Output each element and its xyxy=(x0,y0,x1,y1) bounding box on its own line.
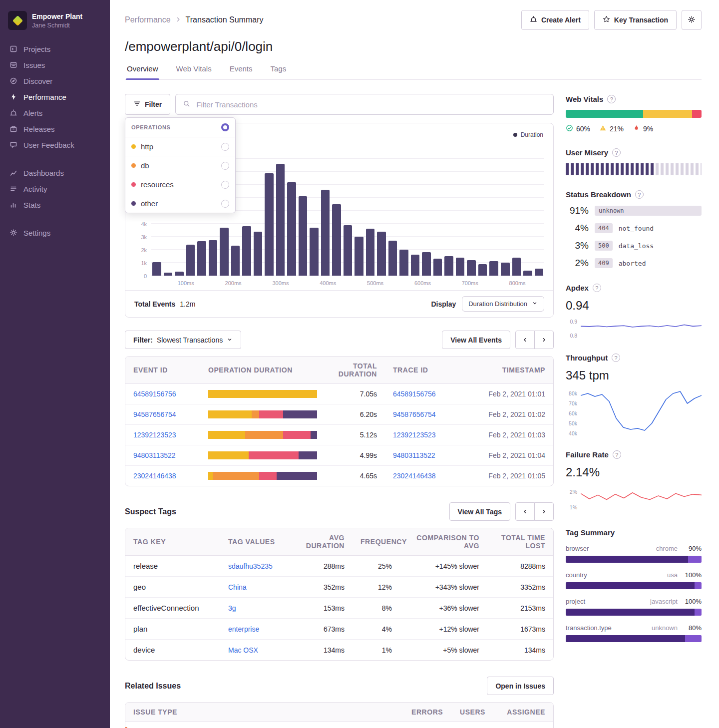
breadcrumb-separator-icon xyxy=(175,15,181,24)
question-icon[interactable]: ? xyxy=(612,148,621,157)
db-radio[interactable] xyxy=(221,162,229,170)
view-all-tags-button[interactable]: View All Tags xyxy=(449,502,510,521)
tag-value-link[interactable]: 3g xyxy=(228,604,236,612)
event-id-link[interactable]: 12392123523 xyxy=(133,431,176,439)
tab-bar: Overview Web Vitals Events Tags xyxy=(125,64,702,80)
tag-value-link[interactable]: Mac OSX xyxy=(228,646,258,654)
column-header-trace-id: TRACE ID xyxy=(385,361,467,379)
view-all-events-button[interactable]: View All Events xyxy=(442,331,510,349)
sidebar-item-settings[interactable]: Settings xyxy=(0,225,110,241)
open-in-issues-button[interactable]: Open in Issues xyxy=(487,677,554,695)
suspect-tags-table-header: TAG KEY TAG VALUES AVG DURATION FREQUENC… xyxy=(125,528,553,556)
event-id-link[interactable]: 23024146438 xyxy=(133,472,176,480)
operations-all-radio[interactable] xyxy=(221,123,229,131)
trace-id-link[interactable]: 94803113522 xyxy=(393,451,435,459)
sidebar-item-dashboards[interactable]: Dashboards xyxy=(0,165,110,181)
gear-icon xyxy=(688,15,696,25)
events-filter-value: Slowest Transactions xyxy=(157,336,223,344)
suspect-tag-row: device Mac OSX 134ms 1% +5% slower 134ms xyxy=(125,640,553,660)
key-transaction-button[interactable]: Key Transaction xyxy=(594,10,677,30)
operations-item-http[interactable]: http xyxy=(125,137,235,156)
events-filter-select[interactable]: Filter: Slowest Transactions xyxy=(125,331,241,349)
org-switcher[interactable]: Empower Plant Jane Schmidt xyxy=(0,7,110,41)
suspect-tag-row: plan enterprise 673ms 4% +12% slower 167… xyxy=(125,619,553,640)
tag-value-link[interactable]: enterprise xyxy=(228,625,259,633)
column-header-issue-type: ISSUE TYPE xyxy=(125,703,403,722)
question-icon[interactable]: ? xyxy=(593,284,601,292)
sidebar-item-activity[interactable]: Activity xyxy=(0,181,110,197)
resources-radio[interactable] xyxy=(221,181,229,189)
tab-web-vitals[interactable]: Web Vitals xyxy=(175,64,213,79)
column-header-assignee: ASSIGNEE xyxy=(493,703,553,722)
sidebar-item-discover[interactable]: Discover xyxy=(0,73,110,89)
trace-id-link[interactable]: 64589156756 xyxy=(393,390,436,398)
sidebar-item-user-feedback[interactable]: User Feedback xyxy=(0,137,110,153)
sidebar-item-stats[interactable]: Stats xyxy=(0,197,110,213)
event-id-link[interactable]: 64589156756 xyxy=(133,390,176,398)
previous-page-button[interactable] xyxy=(515,331,535,349)
sidebar-item-label: Activity xyxy=(23,185,47,193)
sidebar-item-projects[interactable]: Projects xyxy=(0,41,110,57)
tag-summary-row: country usa 100% xyxy=(566,571,702,589)
sidebar-item-issues[interactable]: Issues xyxy=(0,57,110,73)
tab-overview[interactable]: Overview xyxy=(126,64,159,79)
event-id-link[interactable]: 94587656754 xyxy=(133,410,176,418)
operation-duration-bar xyxy=(208,431,317,439)
settings-button[interactable] xyxy=(682,10,702,30)
sidebar-item-releases[interactable]: Releases xyxy=(0,121,110,137)
next-page-button[interactable] xyxy=(534,331,554,349)
projects-icon xyxy=(9,44,18,53)
http-radio[interactable] xyxy=(221,143,229,151)
tag-value-link[interactable]: sdaufhu35235 xyxy=(228,562,273,570)
trace-id-link[interactable]: 23024146438 xyxy=(393,472,436,480)
trace-id-link[interactable]: 94587656754 xyxy=(393,410,436,418)
tab-events[interactable]: Events xyxy=(229,64,254,79)
create-alert-button[interactable]: Create Alert xyxy=(521,10,589,30)
display-select[interactable]: Duration Distribution xyxy=(462,296,544,312)
filter-button[interactable]: Filter xyxy=(125,94,170,115)
column-header-tag-values: TAG VALUES xyxy=(220,532,295,551)
previous-page-button[interactable] xyxy=(515,502,535,521)
tag-summary-percent: 90% xyxy=(684,545,702,552)
comparison: +12% slower xyxy=(400,619,487,639)
sidebar-item-label: Releases xyxy=(23,125,55,133)
status-code-badge: 404 xyxy=(595,223,613,233)
operations-dropdown-header[interactable]: OPERATIONS xyxy=(125,118,235,137)
sidebar-item-alerts[interactable]: Alerts xyxy=(0,105,110,121)
operation-duration-bar xyxy=(208,390,317,398)
tag-key: effectiveConnection xyxy=(125,598,220,618)
operations-item-db[interactable]: db xyxy=(125,156,235,175)
column-header-frequency: FREQUENCY xyxy=(353,532,400,551)
sidebar-item-performance[interactable]: Performance xyxy=(0,89,110,105)
sidebar-item-help[interactable]: Help xyxy=(0,725,110,728)
siren-icon xyxy=(9,108,18,117)
total-duration-value: 7.05s xyxy=(325,384,385,404)
tab-tags[interactable]: Tags xyxy=(270,64,288,79)
breadcrumb-parent[interactable]: Performance xyxy=(125,15,171,24)
http-color-dot xyxy=(131,144,136,149)
search-input[interactable] xyxy=(195,100,546,109)
tag-summary-bar xyxy=(566,609,702,616)
question-icon[interactable]: ? xyxy=(612,354,620,362)
avg-duration: 288ms xyxy=(295,556,353,576)
operations-item-other[interactable]: other xyxy=(125,194,235,213)
breadcrumb: Performance Transaction Summary xyxy=(125,15,264,24)
column-header-time-lost: TOTAL TIME LOST xyxy=(487,528,553,555)
trace-id-link[interactable]: 12392123523 xyxy=(393,431,436,439)
duration-legend-dot xyxy=(513,133,517,137)
operations-item-resources[interactable]: resources xyxy=(125,175,235,194)
question-icon[interactable]: ? xyxy=(613,450,621,459)
question-icon[interactable]: ? xyxy=(635,190,644,199)
next-page-button[interactable] xyxy=(534,502,554,521)
gear-icon xyxy=(9,228,18,237)
operation-label: resources xyxy=(141,180,174,189)
event-id-link[interactable]: 94803113522 xyxy=(133,451,176,459)
other-radio[interactable] xyxy=(221,200,229,208)
time-lost: 8288ms xyxy=(487,556,553,576)
question-icon[interactable]: ? xyxy=(607,95,616,103)
tag-summary-percent: 100% xyxy=(684,571,702,579)
time-lost: 134ms xyxy=(487,640,553,660)
failure-rate-chart: 2%1% xyxy=(566,484,702,513)
tag-value-link[interactable]: China xyxy=(228,583,247,591)
chevron-down-icon xyxy=(532,300,538,308)
